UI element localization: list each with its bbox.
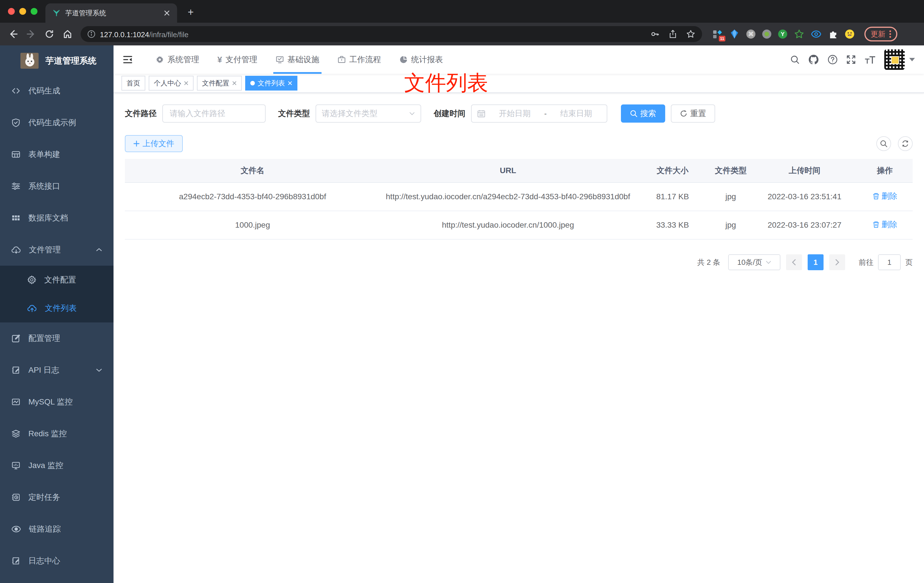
github-icon[interactable] bbox=[808, 54, 819, 65]
sidebar-item-code-gen[interactable]: 代码生成 bbox=[0, 75, 114, 107]
delete-label: 删除 bbox=[881, 190, 897, 203]
tags-view-bar: 首页 个人中心 文件配置 文件列表 bbox=[114, 74, 924, 93]
browser-update-button[interactable]: 更新 bbox=[865, 27, 897, 41]
cell-type: jpg bbox=[710, 212, 752, 238]
zoom-window-button[interactable] bbox=[31, 8, 38, 15]
minimize-window-button[interactable] bbox=[19, 8, 26, 15]
sidebar-item-label: 代码生成示例 bbox=[28, 117, 76, 128]
page-size-select[interactable]: 10条/页 bbox=[728, 254, 780, 270]
sidebar-item-config-manage[interactable]: 配置管理 bbox=[0, 322, 114, 354]
cloud-download-icon bbox=[12, 245, 21, 254]
tag-close-icon[interactable] bbox=[288, 81, 292, 86]
tag-close-icon[interactable] bbox=[184, 81, 188, 86]
extension-command-icon[interactable]: ⌘ bbox=[746, 30, 756, 39]
update-label: 更新 bbox=[871, 29, 885, 39]
sidebar-item-scheduled-tasks[interactable]: 定时任务 bbox=[0, 481, 114, 513]
fullscreen-icon[interactable] bbox=[846, 55, 856, 64]
back-button[interactable] bbox=[6, 27, 20, 41]
col-header-url: URL bbox=[380, 159, 636, 182]
sidebar-item-file-list[interactable]: 文件列表 bbox=[0, 294, 114, 322]
file-path-input[interactable] bbox=[162, 104, 266, 122]
sidebar-item-file-manage[interactable]: 文件管理 bbox=[0, 234, 114, 266]
topnav-item-workflow[interactable]: 工作流程 bbox=[328, 45, 390, 74]
extension-puzzle-icon[interactable] bbox=[828, 29, 838, 39]
sidebar-item-file-config[interactable]: 文件配置 bbox=[0, 266, 114, 294]
calendar-icon bbox=[477, 109, 485, 117]
upload-button-label: 上传文件 bbox=[142, 138, 174, 149]
font-size-icon[interactable] bbox=[865, 55, 876, 64]
page-number-1[interactable]: 1 bbox=[808, 254, 823, 270]
tag-file-config[interactable]: 文件配置 bbox=[197, 76, 242, 91]
extension-emoji-icon[interactable] bbox=[845, 30, 854, 39]
extension-y-icon[interactable]: Y bbox=[778, 30, 787, 39]
reload-button[interactable] bbox=[42, 27, 57, 41]
user-menu[interactable] bbox=[884, 50, 915, 70]
topnav-item-infra[interactable]: 基础设施 bbox=[266, 45, 328, 74]
sidebar-item-log-center[interactable]: 日志中心 bbox=[0, 545, 114, 577]
prev-page-button[interactable] bbox=[786, 254, 802, 270]
tag-profile[interactable]: 个人中心 bbox=[149, 76, 193, 91]
cell-url: http://test.yudao.iocoder.cn/a294ecb2-73… bbox=[380, 183, 636, 210]
reset-button[interactable]: 重置 bbox=[671, 104, 715, 122]
sidebar-item-code-demo[interactable]: 代码生成示例 bbox=[0, 107, 114, 139]
help-icon[interactable] bbox=[828, 55, 838, 65]
delete-button[interactable]: 删除 bbox=[872, 190, 897, 203]
sidebar-logo[interactable]: 芋道管理系统 bbox=[0, 46, 114, 75]
tag-file-list[interactable]: 文件列表 bbox=[245, 76, 297, 91]
tab-title: 芋道管理系统 bbox=[65, 8, 158, 18]
sidebar-item-form-builder[interactable]: 表单构建 bbox=[0, 139, 114, 170]
sidebar-item-redis-monitor[interactable]: Redis 监控 bbox=[0, 418, 114, 449]
extensions-area: 11 ⌘ Y bbox=[712, 29, 854, 39]
tag-label: 首页 bbox=[127, 79, 140, 88]
new-tab-button[interactable]: + bbox=[184, 6, 198, 18]
sidebar-item-db-doc[interactable]: 数据库文档 bbox=[0, 202, 114, 234]
password-key-icon[interactable] bbox=[650, 30, 660, 39]
sidebar-fold-icon[interactable] bbox=[114, 45, 142, 74]
cell-filename: a294ecb2-73dd-4353-bf40-296b8931d0bf bbox=[125, 183, 380, 210]
upload-file-button[interactable]: 上传文件 bbox=[125, 135, 183, 152]
date-range-picker[interactable]: 开始日期 - 结束日期 bbox=[471, 104, 607, 122]
refresh-table-button[interactable] bbox=[898, 136, 912, 151]
sidebar-item-system-api[interactable]: 系统接口 bbox=[0, 170, 114, 202]
sidebar-item-api-log[interactable]: API 日志 bbox=[0, 354, 114, 386]
topnav-item-report[interactable]: 统计报表 bbox=[390, 45, 452, 74]
search-icon[interactable] bbox=[790, 55, 800, 64]
topnav-item-payment[interactable]: ¥ 支付管理 bbox=[208, 45, 266, 74]
sidebar-item-tracing[interactable]: 链路追踪 bbox=[0, 513, 114, 545]
address-bar[interactable]: 127.0.0.1:1024/infra/file/file bbox=[81, 26, 702, 42]
site-info-icon[interactable] bbox=[87, 30, 95, 38]
share-icon[interactable] bbox=[668, 30, 677, 39]
window-controls[interactable] bbox=[8, 8, 38, 15]
browser-tab[interactable]: 芋道管理系统 bbox=[45, 3, 177, 23]
sidebar-item-label: 链路追踪 bbox=[29, 524, 61, 535]
next-page-button[interactable] bbox=[829, 254, 845, 270]
delete-button[interactable]: 删除 bbox=[872, 218, 897, 231]
grid-icon bbox=[12, 213, 20, 223]
bookmark-star-icon[interactable] bbox=[686, 30, 695, 39]
extension-star-icon[interactable] bbox=[794, 29, 804, 39]
browser-menu-icon[interactable] bbox=[889, 30, 891, 38]
log-edit-icon bbox=[12, 366, 20, 375]
forward-button[interactable] bbox=[24, 27, 39, 41]
file-type-select[interactable]: 请选择文件类型 bbox=[315, 104, 421, 122]
close-window-button[interactable] bbox=[8, 8, 15, 15]
extension-gem-icon[interactable] bbox=[729, 29, 739, 39]
sidebar-item-mysql-monitor[interactable]: MySQL 监控 bbox=[0, 386, 114, 418]
home-button[interactable] bbox=[60, 27, 75, 41]
layers-icon bbox=[12, 429, 20, 438]
sidebar-item-label: Java 监控 bbox=[28, 460, 63, 471]
toggle-search-button[interactable] bbox=[876, 136, 891, 151]
avatar-qr-image bbox=[884, 50, 905, 70]
tag-home[interactable]: 首页 bbox=[122, 76, 145, 91]
search-button[interactable]: 搜索 bbox=[621, 104, 665, 122]
refresh-icon bbox=[680, 110, 687, 117]
tag-close-icon[interactable] bbox=[232, 81, 237, 86]
topnav-item-system[interactable]: 系统管理 bbox=[147, 45, 208, 74]
sidebar-item-java-monitor[interactable]: Java 监控 bbox=[0, 449, 114, 481]
goto-page-input[interactable] bbox=[878, 254, 901, 270]
top-navbar: 系统管理 ¥ 支付管理 基础设施 工作流程 bbox=[114, 45, 924, 74]
extension-eye-icon[interactable] bbox=[811, 29, 821, 39]
extension-dot-icon[interactable] bbox=[762, 30, 771, 39]
tab-close-icon[interactable] bbox=[162, 8, 172, 18]
extension-tampermonkey-icon[interactable]: 11 bbox=[712, 29, 723, 39]
